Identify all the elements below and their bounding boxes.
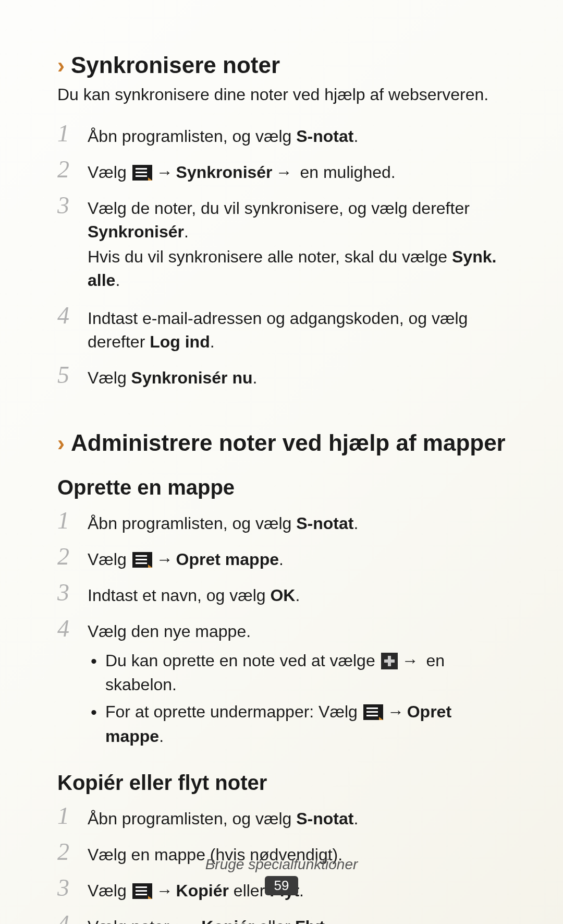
step-number: 2 — [57, 158, 88, 182]
step-text: Åbn programlisten, og vælg S-notat. — [88, 804, 506, 831]
bullet-item: Du kan oprette en note ved at vælge → en… — [88, 649, 506, 697]
step-text: Vælg →Opret mappe. — [88, 545, 506, 571]
step-number: 1 — [57, 804, 88, 828]
subheading-create-folder: Oprette en mappe — [57, 476, 506, 499]
subheading-copy-move: Kopiér eller flyt noter — [57, 771, 506, 795]
step-item: 3 Vælg de noter, du vil synkronisere, og… — [57, 194, 506, 294]
step-item: 3 Indtast et navn, og vælg OK. — [57, 581, 506, 607]
step-number: 4 — [57, 617, 88, 641]
step-item: 2 Vælg →Opret mappe. — [57, 545, 506, 571]
step-text: Vælg noter → Kopiér eller Flyt. — [88, 912, 506, 925]
menu-icon — [132, 552, 152, 568]
step-item: 2 Vælg →Synkronisér→ en mulighed. — [57, 158, 506, 184]
step-number: 4 — [57, 304, 88, 328]
chevron-icon: › — [57, 55, 65, 77]
section-heading-manage: › Administrere noter ved hjælp af mapper — [57, 430, 506, 456]
step-number: 5 — [57, 363, 88, 387]
step-item: 4 Vælg den nye mappe. Du kan oprette en … — [57, 617, 506, 751]
step-item: 4 Vælg noter → Kopiér eller Flyt. — [57, 912, 506, 925]
step-number: 2 — [57, 545, 88, 569]
step-text: Vælg den nye mappe. Du kan oprette en no… — [88, 617, 506, 751]
step-item: 1 Åbn programlisten, og vælg S-notat. — [57, 122, 506, 148]
step-item: 1 Åbn programlisten, og vælg S-notat. — [57, 804, 506, 831]
step-item: 5 Vælg Synkronisér nu. — [57, 363, 506, 390]
bullet-list: Du kan oprette en note ved at vælge → en… — [88, 649, 506, 749]
step-text: Vælg Synkronisér nu. — [88, 363, 506, 390]
page-footer: Bruge specialfunktioner 59 — [0, 856, 563, 895]
step-number: 1 — [57, 509, 88, 533]
step-text: Vælg de noter, du vil synkronisere, og v… — [88, 194, 506, 294]
step-number: 3 — [57, 581, 88, 605]
step-text: Åbn programlisten, og vælg S-notat. — [88, 122, 506, 148]
section-intro: Du kan synkronisere dine noter ved hjælp… — [57, 83, 506, 106]
step-text: Indtast e-mail-adressen og adgangskoden,… — [88, 304, 506, 354]
step-item: 1 Åbn programlisten, og vælg S-notat. — [57, 509, 506, 535]
step-number: 4 — [57, 912, 88, 925]
section-title: Administrere noter ved hjælp af mapper — [71, 430, 506, 456]
chevron-icon: › — [57, 433, 65, 454]
step-number: 3 — [57, 194, 88, 218]
section-heading-sync: › Synkronisere noter — [57, 52, 506, 78]
step-number: 1 — [57, 122, 88, 146]
bullet-item: For at oprette undermapper: Vælg →Opret … — [88, 700, 506, 748]
steps-list-create: 1 Åbn programlisten, og vælg S-notat. 2 … — [57, 509, 506, 751]
step-item: 4 Indtast e-mail-adressen og adgangskode… — [57, 304, 506, 354]
footer-text: Bruge specialfunktioner — [0, 856, 563, 873]
section-title: Synkronisere noter — [71, 52, 280, 78]
menu-icon — [363, 704, 383, 720]
plus-icon — [381, 653, 398, 669]
step-text: Vælg →Synkronisér→ en mulighed. — [88, 158, 506, 184]
step-text: Åbn programlisten, og vælg S-notat. — [88, 509, 506, 535]
menu-icon — [132, 165, 152, 181]
page-number: 59 — [265, 876, 299, 895]
step-text: Indtast et navn, og vælg OK. — [88, 581, 506, 607]
steps-list-sync: 1 Åbn programlisten, og vælg S-notat. 2 … — [57, 122, 506, 389]
